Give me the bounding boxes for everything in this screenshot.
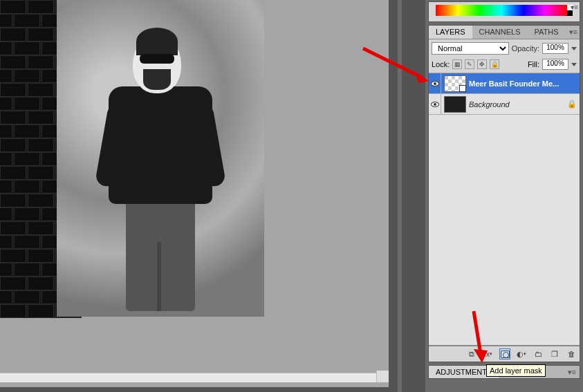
smart-object-icon: ⬚ (459, 85, 466, 92)
layer-name[interactable]: Meer Basit Founder Me... (469, 80, 580, 88)
layer-name[interactable]: Background (469, 100, 567, 109)
layers-bottom-toolbar: ⧉ fx▾ ◐▾ 🗀 ❐ 🗑 (429, 346, 580, 362)
person-photo (84, 14, 237, 304)
panel-menu-icon[interactable]: ▾≡ (566, 26, 581, 39)
lock-all-icon[interactable]: 🔒 (490, 59, 499, 69)
tab-paths[interactable]: PATHS (528, 26, 566, 39)
canvas-area: document.write(Array.from({length:23},(_… (0, 0, 389, 387)
fill-label: Fill: (528, 60, 539, 68)
tab-channels[interactable]: CHANNELS (472, 26, 528, 39)
panel-menu-icon[interactable]: ▾≡ (564, 366, 580, 378)
layer-visibility-toggle[interactable] (429, 73, 441, 93)
eye-icon (431, 102, 439, 107)
opacity-label: Opacity: (512, 44, 539, 53)
layer-fx-button[interactable]: fx▾ (483, 348, 494, 360)
blend-mode-select[interactable]: Normal (432, 42, 509, 55)
fill-input[interactable]: 100% (542, 59, 568, 70)
layer-thumbnail[interactable] (444, 96, 466, 113)
layer-row-selected[interactable]: ⬚ Meer Basit Founder Me... (429, 73, 580, 94)
mask-icon (501, 351, 510, 358)
document-photo (57, 0, 264, 317)
tab-layers[interactable]: LAYERS (429, 26, 472, 39)
panel-menu-icon[interactable]: ▾≡ (571, 3, 578, 11)
document-bg-brick: document.write(Array.from({length:23},(_… (0, 0, 57, 318)
opacity-stepper-icon[interactable] (571, 47, 577, 50)
color-spectrum[interactable] (436, 5, 567, 16)
add-layer-mask-button[interactable] (499, 348, 510, 360)
fill-stepper-icon[interactable] (571, 63, 577, 66)
layers-panel: LAYERS CHANNELS PATHS ▾≡ Normal Opacity:… (428, 25, 580, 362)
right-panel-dock: ▾≡ LAYERS CHANNELS PATHS ▾≡ Normal Opaci… (425, 0, 583, 392)
opacity-input[interactable]: 100% (542, 43, 568, 54)
tooltip-add-layer-mask: Add layer mask (486, 364, 546, 377)
lock-transparency-icon[interactable]: ▦ (452, 59, 462, 69)
adjustment-layer-button[interactable]: ◐▾ (516, 348, 527, 360)
layer-options-row: Normal Opacity: 100% (429, 39, 580, 57)
color-panel: ▾≡ (428, 1, 580, 22)
lock-pixels-icon[interactable]: ✎ (465, 59, 474, 69)
layer-list: ⬚ Meer Basit Founder Me... Background 🔒 (429, 73, 580, 346)
layer-visibility-toggle[interactable] (429, 94, 441, 114)
layer-thumbnail[interactable]: ⬚ (444, 75, 466, 92)
delete-layer-button[interactable]: 🗑 (566, 348, 577, 360)
link-layers-button[interactable]: ⧉ (466, 348, 477, 360)
eye-icon (431, 81, 439, 86)
layer-row-background[interactable]: Background 🔒 (429, 94, 580, 115)
layers-panel-tabs: LAYERS CHANNELS PATHS ▾≡ (429, 26, 580, 39)
layer-group-button[interactable]: 🗀 (533, 348, 544, 360)
lock-position-icon[interactable]: ✥ (477, 59, 487, 69)
canvas-scrollbar-horizontal[interactable] (0, 373, 389, 382)
lock-label: Lock: (432, 60, 450, 68)
lock-row: Lock: ▦ ✎ ✥ 🔒 Fill: 100% (429, 57, 580, 73)
lock-icon: 🔒 (567, 100, 575, 109)
panel-divider[interactable] (398, 0, 402, 392)
new-layer-button[interactable]: ❐ (549, 348, 560, 360)
